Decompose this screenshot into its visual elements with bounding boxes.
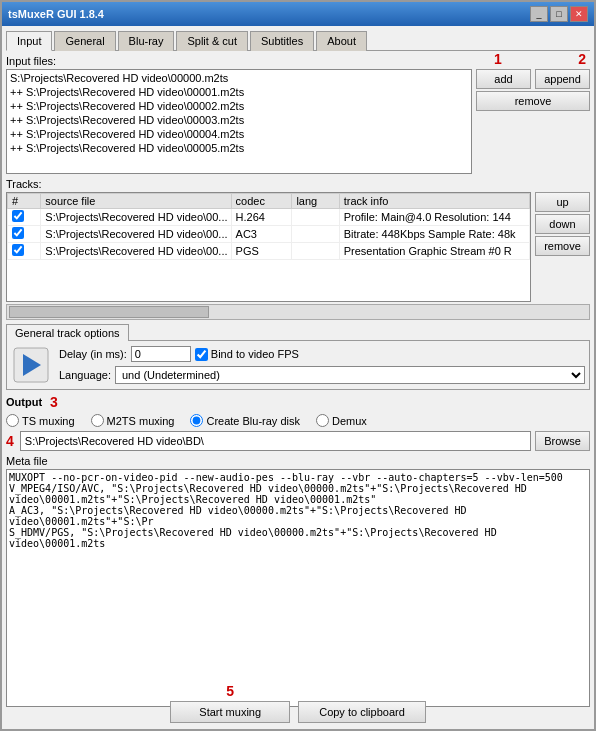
content-area: Input General Blu-ray Split & cut Subtit… xyxy=(2,26,594,729)
tab-about[interactable]: About xyxy=(316,31,367,51)
language-label: Language: xyxy=(59,369,111,381)
track-options-label: General track options xyxy=(6,324,129,341)
input-files-section: Input files: S:\Projects\Recovered HD vi… xyxy=(6,55,590,174)
demux-option: Demux xyxy=(316,414,367,427)
m2ts-muxing-option: M2TS muxing xyxy=(91,414,175,427)
m2ts-label: M2TS muxing xyxy=(107,415,175,427)
add-button[interactable]: add xyxy=(476,69,531,89)
col-codec: codec xyxy=(231,194,292,209)
start-btn-wrapper: 5 Start muxing xyxy=(170,701,290,723)
output-label: Output xyxy=(6,396,42,408)
tracks-label: Tracks: xyxy=(6,178,590,190)
tracks-table[interactable]: # source file codec lang track info S:\P… xyxy=(6,192,531,302)
list-item: ++ S:\Projects\Recovered HD video\00002.… xyxy=(8,99,470,113)
track-file-1: S:\Projects\Recovered HD video\00... xyxy=(41,209,231,226)
titlebar: tsMuxeR GUI 1.8.4 _ □ ✕ xyxy=(2,2,594,26)
files-row: S:\Projects\Recovered HD video\00000.m2t… xyxy=(6,69,590,174)
ts-label: TS muxing xyxy=(22,415,75,427)
close-button[interactable]: ✕ xyxy=(570,6,588,22)
window-title: tsMuxeR GUI 1.8.4 xyxy=(8,8,104,20)
language-row: Language: und (Undetermined) xyxy=(59,366,585,384)
input-files-label: Input files: xyxy=(6,55,590,67)
scrollbar-thumb[interactable] xyxy=(9,306,209,318)
track-info-2: Bitrate: 448Kbps Sample Rate: 48k xyxy=(339,226,529,243)
track-file-2: S:\Projects\Recovered HD video\00... xyxy=(41,226,231,243)
list-item: S:\Projects\Recovered HD video\00000.m2t… xyxy=(8,71,470,85)
col-info: track info xyxy=(339,194,529,209)
table-row: S:\Projects\Recovered HD video\00... AC3… xyxy=(8,226,530,243)
meta-label: Meta file xyxy=(6,455,590,467)
tracks-row: # source file codec lang track info S:\P… xyxy=(6,192,590,302)
maximize-button[interactable]: □ xyxy=(550,6,568,22)
main-window: tsMuxeR GUI 1.8.4 _ □ ✕ Input General Bl… xyxy=(0,0,596,731)
remove-files-button[interactable]: remove xyxy=(476,91,590,111)
tab-subtitles[interactable]: Subtitles xyxy=(250,31,314,51)
output-options-row: TS muxing M2TS muxing Create Blu-ray dis… xyxy=(6,414,590,427)
language-select[interactable]: und (Undetermined) xyxy=(115,366,585,384)
step-number-2: 2 xyxy=(578,51,586,67)
step-number-1: 1 xyxy=(494,51,502,67)
delay-label: Delay (in ms): xyxy=(59,348,127,360)
browse-button[interactable]: Browse xyxy=(535,431,590,451)
ts-radio[interactable] xyxy=(6,414,19,427)
track-codec-1: H.264 xyxy=(231,209,292,226)
tracks-section: Tracks: # source file codec lang track i… xyxy=(6,178,590,320)
bluray-label: Create Blu-ray disk xyxy=(206,415,300,427)
track-check-3[interactable] xyxy=(8,243,41,260)
track-check-1[interactable] xyxy=(8,209,41,226)
m2ts-radio[interactable] xyxy=(91,414,104,427)
output-step-number: 3 xyxy=(50,394,58,410)
start-muxing-button[interactable]: Start muxing xyxy=(170,701,290,723)
play-icon xyxy=(11,345,51,385)
track-info-1: Profile: Main@4.0 Resolution: 144 xyxy=(339,209,529,226)
minimize-button[interactable]: _ xyxy=(530,6,548,22)
track-fields: Delay (in ms): Bind to video FPS Languag… xyxy=(59,346,585,384)
track-lang-2 xyxy=(292,226,339,243)
track-remove-button[interactable]: remove xyxy=(535,236,590,256)
tab-input[interactable]: Input xyxy=(6,31,52,51)
delay-input[interactable] xyxy=(131,346,191,362)
list-item: ++ S:\Projects\Recovered HD video\00005.… xyxy=(8,141,470,155)
window-controls: _ □ ✕ xyxy=(530,6,588,22)
track-file-3: S:\Projects\Recovered HD video\00... xyxy=(41,243,231,260)
tab-bar: Input General Blu-ray Split & cut Subtit… xyxy=(6,30,590,51)
ts-muxing-option: TS muxing xyxy=(6,414,75,427)
tracks-hscrollbar[interactable] xyxy=(6,304,590,320)
table-row: S:\Projects\Recovered HD video\00... H.2… xyxy=(8,209,530,226)
col-lang: lang xyxy=(292,194,339,209)
track-options-tab: General track options xyxy=(6,324,129,341)
col-num: # xyxy=(8,194,41,209)
files-buttons: 1 2 add append remove xyxy=(476,69,590,174)
demux-label: Demux xyxy=(332,415,367,427)
meta-textarea[interactable] xyxy=(6,469,590,707)
track-up-button[interactable]: up xyxy=(535,192,590,212)
bottom-step-number: 5 xyxy=(226,683,234,699)
output-path-input[interactable] xyxy=(20,431,531,451)
table-row: S:\Projects\Recovered HD video\00... PGS… xyxy=(8,243,530,260)
track-info-3: Presentation Graphic Stream #0 R xyxy=(339,243,529,260)
track-check-2[interactable] xyxy=(8,226,41,243)
bluray-radio[interactable] xyxy=(190,414,203,427)
demux-radio[interactable] xyxy=(316,414,329,427)
files-list[interactable]: S:\Projects\Recovered HD video\00000.m2t… xyxy=(6,69,472,174)
path-step-number: 4 xyxy=(6,433,14,449)
track-options-box: Delay (in ms): Bind to video FPS Languag… xyxy=(6,340,590,390)
output-section: Output 3 TS muxing M2TS muxing Create Bl… xyxy=(6,394,590,451)
copy-to-clipboard-button[interactable]: Copy to clipboard xyxy=(298,701,426,723)
track-lang-1 xyxy=(292,209,339,226)
tab-bluray[interactable]: Blu-ray xyxy=(118,31,175,51)
append-button[interactable]: append xyxy=(535,69,590,89)
track-down-button[interactable]: down xyxy=(535,214,590,234)
delay-row: Delay (in ms): Bind to video FPS xyxy=(59,346,585,362)
tab-split-cut[interactable]: Split & cut xyxy=(176,31,248,51)
meta-section: Meta file xyxy=(6,455,590,693)
path-row: 4 Browse xyxy=(6,431,590,451)
list-item: ++ S:\Projects\Recovered HD video\00001.… xyxy=(8,85,470,99)
output-label-row: Output 3 xyxy=(6,394,590,410)
tab-general[interactable]: General xyxy=(54,31,115,51)
bluray-option: Create Blu-ray disk xyxy=(190,414,300,427)
tracks-buttons: up down remove xyxy=(535,192,590,302)
bind-fps-label: Bind to video FPS xyxy=(195,348,299,361)
bind-fps-checkbox[interactable] xyxy=(195,348,208,361)
bind-fps-text: Bind to video FPS xyxy=(211,348,299,360)
